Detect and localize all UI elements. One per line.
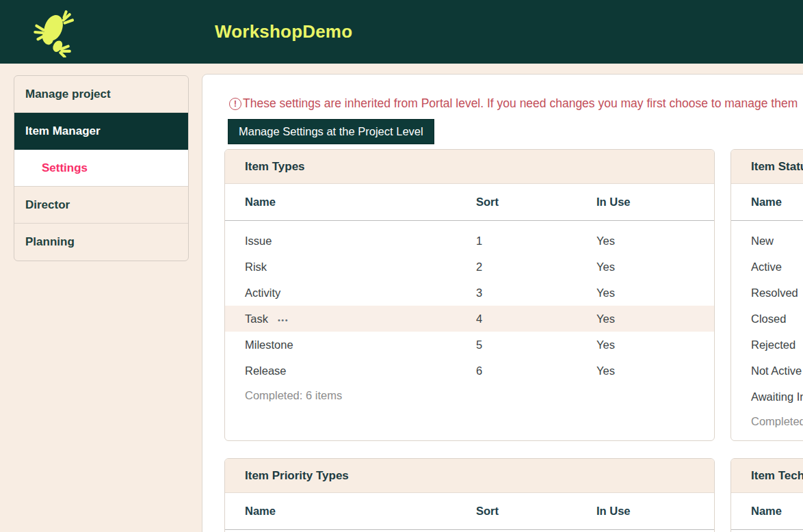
cell-name: Milestone (225, 338, 476, 351)
cell-sort: 4 (476, 312, 596, 325)
table-row[interactable]: Activity 3 Yes (225, 280, 714, 306)
cell-name: Closed (731, 312, 803, 325)
item-types-card-title: Item Types (225, 150, 714, 184)
table-row[interactable]: Active (731, 254, 803, 280)
item-status-card: Item Status Name New Active Resolved Clo… (730, 149, 803, 441)
app-title: WorkshopDemo (215, 0, 352, 64)
column-header-name: Name (225, 196, 476, 209)
cell-name-text: Task (245, 312, 268, 325)
table-row[interactable]: Not Active (731, 358, 803, 384)
cell-sort: 2 (476, 261, 596, 274)
table-row[interactable]: Awaiting Input (731, 384, 803, 410)
table-row-task-highlighted[interactable]: Task••• 4 Yes (225, 306, 714, 332)
table-row[interactable]: Closed (731, 306, 803, 332)
sidebar-item-manage-project[interactable]: Manage project (14, 76, 188, 113)
item-status-card-title: Item Status (731, 150, 803, 184)
cell-name: Activity (225, 287, 476, 300)
column-header-sort: Sort (476, 505, 596, 518)
cell-in-use: Yes (596, 312, 714, 325)
frog-logo-icon[interactable] (29, 5, 74, 57)
item-status-completed-status: Completed: (731, 410, 803, 433)
item-tech-card: Item Tech Name (730, 458, 803, 532)
inherited-settings-warning: ! These settings are inherited from Port… (229, 96, 798, 111)
cell-in-use: Yes (596, 364, 714, 377)
cell-sort: 1 (476, 235, 596, 248)
column-header-in-use: In Use (596, 196, 714, 209)
cell-name: Task••• (225, 312, 476, 325)
screen: WorkshopDemo Manage project Item Manager… (0, 0, 803, 532)
item-priority-types-card: Item Priority Types Name Sort In Use (224, 458, 715, 532)
item-types-table-header: Name Sort In Use (225, 184, 714, 221)
top-bar: WorkshopDemo (0, 0, 803, 64)
cell-name: Not Active (731, 364, 803, 377)
cell-name: Rejected (731, 338, 803, 351)
column-header-in-use: In Use (596, 505, 714, 518)
table-row[interactable]: Risk 2 Yes (225, 254, 714, 280)
warning-icon: ! (229, 98, 241, 110)
cell-in-use: Yes (596, 287, 714, 300)
cell-name: Resolved (731, 287, 803, 300)
sidebar-item-planning[interactable]: Planning (14, 224, 188, 261)
cell-name: Active (731, 261, 803, 274)
table-row[interactable]: Resolved (731, 280, 803, 306)
cell-sort: 5 (476, 338, 596, 351)
cell-name: Release (225, 364, 476, 377)
column-header-name: Name (225, 505, 476, 518)
column-header-sort: Sort (476, 196, 596, 209)
item-status-table-header: Name (731, 184, 803, 221)
cell-name: Awaiting Input (731, 390, 803, 403)
item-tech-card-title: Item Tech (731, 459, 803, 493)
row-menu-icon[interactable]: ••• (278, 316, 289, 324)
sidebar-item-director[interactable]: Director (14, 187, 188, 224)
item-types-table-body: Issue 1 Yes Risk 2 Yes Activity 3 Yes Ta… (225, 221, 714, 407)
item-types-completed-status: Completed: 6 items (225, 384, 714, 407)
cell-in-use: Yes (596, 261, 714, 274)
item-types-card: Item Types Name Sort In Use Issue 1 Yes … (224, 149, 715, 441)
warning-text: These settings are inherited from Portal… (243, 96, 798, 111)
table-row[interactable]: New (731, 228, 803, 254)
cell-sort: 3 (476, 287, 596, 300)
column-header-name: Name (731, 196, 803, 209)
table-row[interactable]: Issue 1 Yes (225, 228, 714, 254)
cell-sort: 6 (476, 364, 596, 377)
table-row[interactable]: Rejected (731, 332, 803, 358)
table-row[interactable]: Milestone 5 Yes (225, 332, 714, 358)
item-tech-table-header: Name (731, 493, 803, 530)
sidebar: Manage project Item Manager Settings Dir… (14, 75, 189, 261)
item-priority-table-header: Name Sort In Use (225, 493, 714, 530)
sidebar-item-item-manager[interactable]: Item Manager (14, 113, 188, 150)
cell-in-use: Yes (596, 338, 714, 351)
table-row[interactable]: Release 6 Yes (225, 358, 714, 384)
cell-name: Issue (225, 235, 476, 248)
item-status-table-body: New Active Resolved Closed Rejected Not … (731, 221, 803, 433)
item-priority-types-card-title: Item Priority Types (225, 459, 714, 493)
cell-in-use: Yes (596, 235, 714, 248)
cell-name: Risk (225, 261, 476, 274)
sidebar-item-settings[interactable]: Settings (14, 150, 188, 187)
column-header-name: Name (731, 505, 803, 518)
cell-name: New (731, 235, 803, 248)
manage-settings-button[interactable]: Manage Settings at the Project Level (228, 119, 434, 144)
